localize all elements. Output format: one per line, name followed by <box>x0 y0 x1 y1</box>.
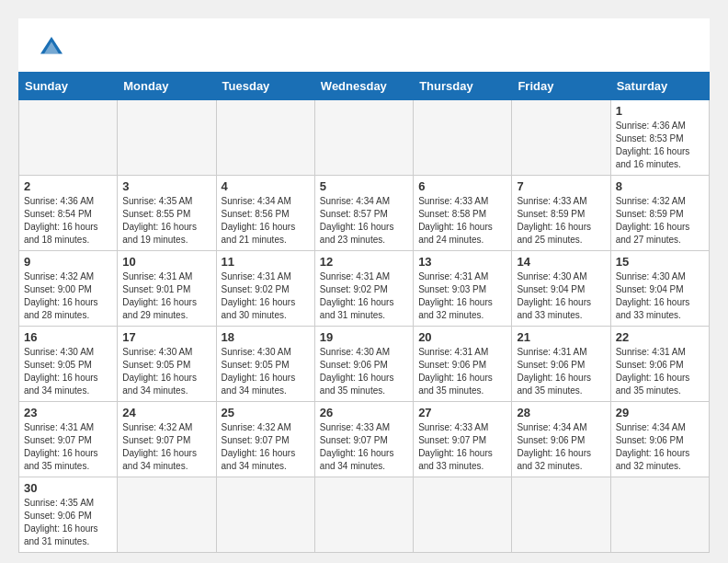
calendar-cell <box>216 477 314 553</box>
calendar-cell: 3Sunrise: 4:35 AM Sunset: 8:55 PM Daylig… <box>118 176 216 251</box>
calendar-week-row: 1Sunrise: 4:36 AM Sunset: 8:53 PM Daylig… <box>19 100 710 176</box>
calendar-cell: 7Sunrise: 4:33 AM Sunset: 8:59 PM Daylig… <box>512 176 610 251</box>
calendar-week-row: 23Sunrise: 4:31 AM Sunset: 9:07 PM Dayli… <box>19 402 710 477</box>
calendar-cell: 30Sunrise: 4:35 AM Sunset: 9:06 PM Dayli… <box>19 477 118 553</box>
calendar-cell <box>414 477 512 553</box>
day-info: Sunrise: 4:32 AM Sunset: 8:59 PM Dayligh… <box>616 195 704 247</box>
calendar-cell: 13Sunrise: 4:31 AM Sunset: 9:03 PM Dayli… <box>414 251 512 327</box>
calendar-cell: 19Sunrise: 4:30 AM Sunset: 9:06 PM Dayli… <box>314 327 413 402</box>
day-header-sunday: Sunday <box>19 73 118 100</box>
day-info: Sunrise: 4:32 AM Sunset: 9:00 PM Dayligh… <box>24 270 112 322</box>
day-info: Sunrise: 4:36 AM Sunset: 8:54 PM Dayligh… <box>24 195 112 247</box>
calendar-cell <box>610 477 709 553</box>
day-number: 6 <box>418 179 506 193</box>
day-info: Sunrise: 4:32 AM Sunset: 9:07 PM Dayligh… <box>122 421 210 473</box>
calendar-cell: 11Sunrise: 4:31 AM Sunset: 9:02 PM Dayli… <box>216 251 314 327</box>
day-info: Sunrise: 4:33 AM Sunset: 9:07 PM Dayligh… <box>418 421 506 473</box>
day-number: 17 <box>122 330 210 344</box>
calendar-cell: 14Sunrise: 4:30 AM Sunset: 9:04 PM Dayli… <box>512 251 610 327</box>
day-info: Sunrise: 4:34 AM Sunset: 8:57 PM Dayligh… <box>320 195 408 247</box>
day-info: Sunrise: 4:31 AM Sunset: 9:02 PM Dayligh… <box>222 270 310 322</box>
day-info: Sunrise: 4:31 AM Sunset: 9:06 PM Dayligh… <box>616 346 704 397</box>
day-number: 29 <box>616 406 704 419</box>
day-number: 27 <box>418 406 506 419</box>
day-number: 23 <box>24 406 112 419</box>
day-header-friday: Friday <box>512 73 610 100</box>
header <box>18 18 710 72</box>
calendar-cell <box>118 100 216 176</box>
day-number: 3 <box>122 179 210 193</box>
day-number: 22 <box>616 330 704 344</box>
day-info: Sunrise: 4:33 AM Sunset: 9:07 PM Dayligh… <box>320 421 408 473</box>
day-info: Sunrise: 4:34 AM Sunset: 9:06 PM Dayligh… <box>517 421 605 473</box>
calendar-cell: 4Sunrise: 4:34 AM Sunset: 8:56 PM Daylig… <box>216 176 314 251</box>
day-number: 1 <box>616 104 704 118</box>
calendar-cell: 29Sunrise: 4:34 AM Sunset: 9:06 PM Dayli… <box>610 402 709 477</box>
day-info: Sunrise: 4:31 AM Sunset: 9:01 PM Dayligh… <box>122 270 210 322</box>
calendar-header-row: SundayMondayTuesdayWednesdayThursdayFrid… <box>19 73 710 100</box>
calendar-cell: 6Sunrise: 4:33 AM Sunset: 8:58 PM Daylig… <box>414 176 512 251</box>
day-number: 5 <box>320 179 408 193</box>
calendar-cell: 16Sunrise: 4:30 AM Sunset: 9:05 PM Dayli… <box>19 327 118 402</box>
day-info: Sunrise: 4:31 AM Sunset: 9:07 PM Dayligh… <box>24 421 112 473</box>
calendar-cell <box>314 100 413 176</box>
day-number: 7 <box>517 179 605 193</box>
day-number: 14 <box>517 255 605 269</box>
day-info: Sunrise: 4:34 AM Sunset: 9:06 PM Dayligh… <box>616 421 704 473</box>
day-number: 4 <box>222 179 310 193</box>
calendar-cell: 20Sunrise: 4:31 AM Sunset: 9:06 PM Dayli… <box>414 327 512 402</box>
day-header-wednesday: Wednesday <box>314 73 413 100</box>
day-number: 13 <box>418 255 506 269</box>
day-info: Sunrise: 4:30 AM Sunset: 9:04 PM Dayligh… <box>517 270 605 322</box>
calendar-cell: 21Sunrise: 4:31 AM Sunset: 9:06 PM Dayli… <box>512 327 610 402</box>
calendar-cell <box>414 100 512 176</box>
day-info: Sunrise: 4:30 AM Sunset: 9:05 PM Dayligh… <box>24 346 112 397</box>
calendar-cell: 15Sunrise: 4:30 AM Sunset: 9:04 PM Dayli… <box>610 251 709 327</box>
day-number: 16 <box>24 330 112 344</box>
day-number: 26 <box>320 406 408 419</box>
calendar-cell: 1Sunrise: 4:36 AM Sunset: 8:53 PM Daylig… <box>610 100 709 176</box>
day-number: 12 <box>320 255 408 269</box>
calendar-cell: 9Sunrise: 4:32 AM Sunset: 9:00 PM Daylig… <box>19 251 118 327</box>
day-number: 30 <box>24 481 112 495</box>
day-info: Sunrise: 4:31 AM Sunset: 9:06 PM Dayligh… <box>517 346 605 397</box>
day-number: 10 <box>122 255 210 269</box>
calendar-cell <box>314 477 413 553</box>
day-header-saturday: Saturday <box>610 73 709 100</box>
day-header-thursday: Thursday <box>414 73 512 100</box>
day-number: 21 <box>517 330 605 344</box>
day-info: Sunrise: 4:32 AM Sunset: 9:07 PM Dayligh… <box>222 421 310 473</box>
calendar-cell: 5Sunrise: 4:34 AM Sunset: 8:57 PM Daylig… <box>314 176 413 251</box>
logo <box>37 33 72 63</box>
day-info: Sunrise: 4:33 AM Sunset: 8:59 PM Dayligh… <box>517 195 605 247</box>
day-header-monday: Monday <box>118 73 216 100</box>
day-number: 25 <box>222 406 310 419</box>
calendar-week-row: 9Sunrise: 4:32 AM Sunset: 9:00 PM Daylig… <box>19 251 710 327</box>
day-number: 15 <box>616 255 704 269</box>
calendar-cell: 10Sunrise: 4:31 AM Sunset: 9:01 PM Dayli… <box>118 251 216 327</box>
calendar-cell: 28Sunrise: 4:34 AM Sunset: 9:06 PM Dayli… <box>512 402 610 477</box>
day-info: Sunrise: 4:34 AM Sunset: 8:56 PM Dayligh… <box>222 195 310 247</box>
day-number: 20 <box>418 330 506 344</box>
calendar-cell: 24Sunrise: 4:32 AM Sunset: 9:07 PM Dayli… <box>118 402 216 477</box>
day-info: Sunrise: 4:35 AM Sunset: 9:06 PM Dayligh… <box>24 497 112 548</box>
day-number: 19 <box>320 330 408 344</box>
calendar-cell <box>512 100 610 176</box>
day-info: Sunrise: 4:36 AM Sunset: 8:53 PM Dayligh… <box>616 120 704 171</box>
calendar-cell: 26Sunrise: 4:33 AM Sunset: 9:07 PM Dayli… <box>314 402 413 477</box>
calendar-cell: 25Sunrise: 4:32 AM Sunset: 9:07 PM Dayli… <box>216 402 314 477</box>
calendar-cell <box>118 477 216 553</box>
day-number: 11 <box>222 255 310 269</box>
calendar-cell: 17Sunrise: 4:30 AM Sunset: 9:05 PM Dayli… <box>118 327 216 402</box>
day-info: Sunrise: 4:30 AM Sunset: 9:06 PM Dayligh… <box>320 346 408 397</box>
day-info: Sunrise: 4:33 AM Sunset: 8:58 PM Dayligh… <box>418 195 506 247</box>
logo-icon <box>37 33 66 63</box>
day-info: Sunrise: 4:31 AM Sunset: 9:02 PM Dayligh… <box>320 270 408 322</box>
calendar-cell: 2Sunrise: 4:36 AM Sunset: 8:54 PM Daylig… <box>19 176 118 251</box>
day-number: 8 <box>616 179 704 193</box>
day-info: Sunrise: 4:30 AM Sunset: 9:04 PM Dayligh… <box>616 270 704 322</box>
calendar-cell <box>512 477 610 553</box>
calendar-cell: 22Sunrise: 4:31 AM Sunset: 9:06 PM Dayli… <box>610 327 709 402</box>
day-number: 18 <box>222 330 310 344</box>
day-info: Sunrise: 4:30 AM Sunset: 9:05 PM Dayligh… <box>122 346 210 397</box>
